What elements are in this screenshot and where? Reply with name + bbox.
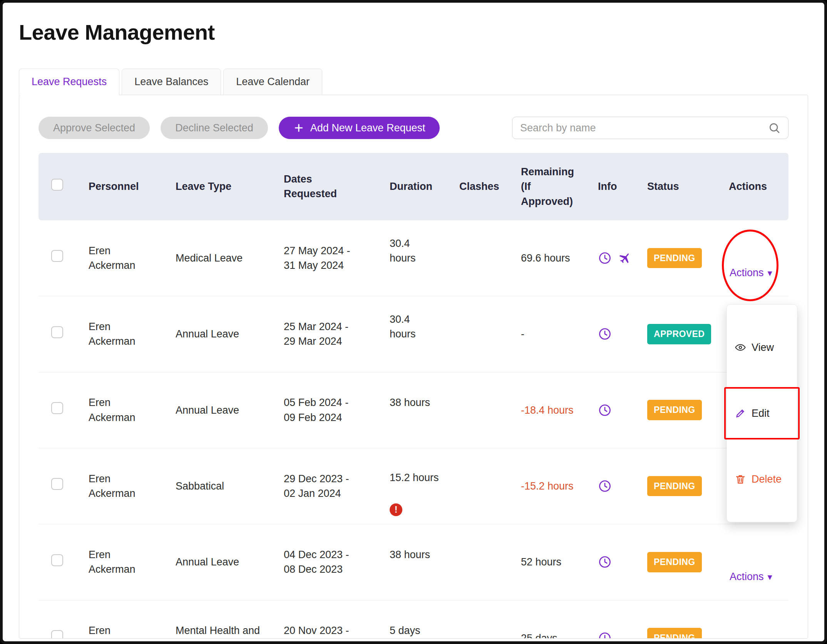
table-row: Eren Ackerman Annual Leave 25 Mar 2024 -… [39, 296, 788, 372]
clock-icon [598, 327, 612, 341]
add-leave-request-button[interactable]: Add New Leave Request [279, 117, 440, 139]
dropdown-delete-label: Delete [752, 472, 782, 486]
duration-value: 30.4 hours [390, 312, 451, 342]
personnel-name: Eren Ackerman [89, 623, 176, 639]
clock-icon [598, 555, 612, 569]
info-icons [598, 327, 647, 341]
col-actions: Actions [729, 168, 792, 205]
info-icons [598, 631, 647, 639]
table-header: Personnel Leave Type Dates Requested Dur… [39, 153, 788, 220]
row-checkbox[interactable] [51, 554, 63, 566]
actions-button[interactable]: Actions [729, 569, 773, 585]
leave-type: Medical Leave [176, 251, 284, 265]
personnel-name: Eren Ackerman [89, 547, 176, 577]
dropdown-item-view[interactable]: View [727, 322, 797, 373]
search-input[interactable] [520, 122, 768, 134]
personnel-name: Eren Ackerman [89, 395, 176, 425]
plus-icon [293, 122, 304, 133]
chevron-down-icon [768, 267, 772, 279]
remaining-value: 69.6 hours [521, 251, 598, 265]
personnel-name: Eren Ackerman [89, 243, 176, 273]
tab-leave-balances[interactable]: Leave Balances [122, 69, 221, 95]
trash-icon [735, 459, 746, 500]
table-row: Eren Ackerman Mental Health and Covid Le… [39, 600, 788, 639]
table-row: Eren Ackerman Annual Leave 04 Dec 2023 -… [39, 524, 788, 600]
status-badge: PENDING [647, 248, 702, 268]
personnel-name: Eren Ackerman [89, 471, 176, 501]
clashes [459, 395, 521, 425]
col-duration: Duration [390, 168, 459, 205]
actions-cell: Actions View Edit [729, 600, 792, 639]
chevron-down-icon [768, 571, 772, 583]
dropdown-edit-label: Edit [752, 406, 770, 421]
col-status: Status [647, 168, 729, 205]
actions-button-label: Actions [730, 267, 764, 279]
status-badge: PENDING [647, 552, 702, 572]
decline-selected-button[interactable]: Decline Selected [161, 117, 268, 139]
actions-cell: Actions View Edit [729, 524, 792, 600]
table-row: Eren Ackerman Medical Leave 27 May 2024 … [39, 220, 788, 296]
col-personnel: Personnel [89, 168, 176, 205]
leave-type: Annual Leave [176, 403, 284, 418]
eye-icon [735, 327, 746, 368]
remaining-value: -15.2 hours [521, 479, 598, 493]
tab-leave-requests[interactable]: Leave Requests [19, 69, 119, 95]
dropdown-view-label: View [752, 340, 774, 355]
duration: 15.2 hours [390, 455, 459, 517]
table-row: Eren Ackerman Sabbatical 29 Dec 2023 - 0… [39, 448, 788, 524]
dropdown-item-edit[interactable]: Edit [727, 388, 797, 439]
search-box [512, 117, 788, 139]
page-title: Leave Management [3, 3, 824, 45]
row-checkbox[interactable] [51, 478, 63, 490]
remaining-value: 25 days [521, 631, 598, 639]
duration: 5 days [390, 609, 459, 639]
clock-icon [598, 403, 612, 417]
dates-requested: 25 Mar 2024 - 29 Mar 2024 [284, 319, 390, 349]
clashes [459, 319, 521, 349]
select-all-checkbox[interactable] [51, 179, 63, 191]
dates-requested: 20 Nov 2023 - 24 Nov 2023 [284, 623, 390, 639]
status-badge: APPROVED [647, 324, 711, 344]
tabs: Leave Requests Leave Balances Leave Cale… [3, 69, 824, 95]
leave-requests-panel: Approve Selected Decline Selected Add Ne… [19, 95, 808, 639]
dates-requested: 27 May 2024 - 31 May 2024 [284, 243, 390, 273]
row-checkbox[interactable] [51, 326, 63, 338]
dropdown-item-delete[interactable]: Delete [727, 454, 797, 505]
actions-button[interactable]: Actions [729, 265, 773, 281]
duration: 30.4 hours [390, 297, 459, 371]
clashes [459, 243, 521, 273]
row-checkbox[interactable] [51, 402, 63, 414]
status-badge: PENDING [647, 628, 702, 639]
row-checkbox[interactable] [51, 630, 63, 639]
leave-type: Sabbatical [176, 479, 284, 493]
approve-selected-button[interactable]: Approve Selected [39, 117, 150, 139]
app-window: Leave Management Leave Requests Leave Ba… [0, 0, 827, 644]
dates-requested: 05 Feb 2024 - 09 Feb 2024 [284, 395, 390, 425]
table-body: Eren Ackerman Medical Leave 27 May 2024 … [39, 220, 788, 639]
duration: 38 hours [390, 381, 459, 439]
duration-value: 15.2 hours [390, 470, 451, 485]
clock-icon [598, 251, 612, 265]
tab-leave-calendar[interactable]: Leave Calendar [223, 69, 322, 95]
table-row: Eren Ackerman Annual Leave 05 Feb 2024 -… [39, 372, 788, 448]
info-icons [598, 479, 647, 493]
col-info: Info [598, 168, 647, 205]
leave-type: Annual Leave [176, 555, 284, 569]
dates-requested: 29 Dec 2023 - 02 Jan 2024 [284, 471, 390, 501]
remaining-value: -18.4 hours [521, 403, 598, 418]
clashes [459, 623, 521, 639]
duration-value: 30.4 hours [390, 236, 451, 266]
actions-dropdown: View Edit Delete [727, 304, 797, 522]
duration-value: 38 hours [390, 547, 451, 562]
clock-icon [598, 631, 612, 639]
plane-icon [618, 251, 632, 265]
info-icons [598, 555, 647, 569]
actions-button-label: Actions [730, 571, 764, 583]
remaining-value: 52 hours [521, 555, 598, 569]
duration: 30.4 hours [390, 221, 459, 295]
info-icons [598, 403, 647, 417]
row-checkbox[interactable] [51, 250, 63, 262]
dates-requested: 04 Dec 2023 - 08 Dec 2023 [284, 547, 390, 577]
status-badge: PENDING [647, 400, 702, 420]
status-badge: PENDING [647, 476, 702, 496]
